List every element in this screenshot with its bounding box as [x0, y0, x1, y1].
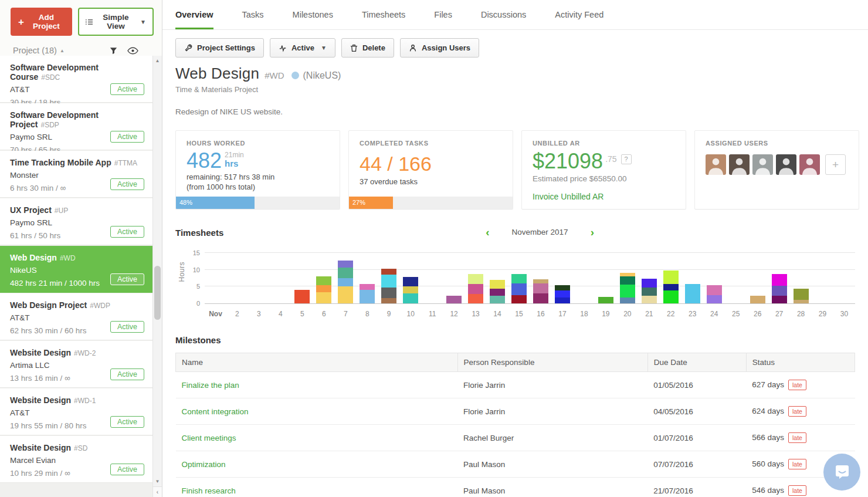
project-list-item[interactable]: Web Design Project#WDPAT&T62 hrs 30 min …	[0, 293, 152, 340]
x-axis-tick: 20	[623, 310, 631, 318]
table-header-cell[interactable]: Name	[176, 353, 458, 372]
tab-activity-feed[interactable]: Activity Feed	[555, 0, 603, 29]
assign-users-button[interactable]: Assign Users	[400, 38, 479, 58]
sidebar-collapse-button[interactable]: ‹	[152, 486, 162, 497]
milestone-link[interactable]: Finish research	[182, 486, 236, 495]
delete-button[interactable]: Delete	[341, 38, 394, 58]
stacked-bar-day-28[interactable]	[794, 289, 809, 303]
chat-widget-button[interactable]	[823, 454, 860, 491]
milestone-link[interactable]: Client meetings	[182, 434, 236, 442]
tab-overview[interactable]: Overview	[175, 0, 213, 29]
stacked-bar-day-16[interactable]	[533, 279, 548, 303]
invoice-unbilled-ar-link[interactable]: Invoice Unbilled AR	[533, 192, 603, 201]
project-list-item[interactable]: UX Project#UPPaymo SRL61 hrs / 50 hrsAct…	[0, 198, 152, 245]
stacked-bar-day-21[interactable]	[642, 279, 657, 303]
x-axis-tick: 21	[645, 310, 653, 318]
stacked-bar-day-23[interactable]	[685, 284, 700, 303]
project-description: Redesign of NIKE US website.	[175, 107, 855, 116]
stacked-bar-day-10[interactable]	[403, 277, 418, 303]
scrollbar-thumb[interactable]	[154, 266, 161, 320]
chevron-right-icon[interactable]: ›	[588, 226, 596, 238]
y-axis-tick: 15	[186, 249, 200, 256]
help-icon[interactable]: ?	[621, 154, 632, 164]
milestone-link[interactable]: Content integration	[182, 407, 249, 416]
tab-tasks[interactable]: Tasks	[242, 0, 264, 29]
filter-icon[interactable]	[109, 46, 118, 55]
project-list: Software Development Course#SDCAT&T30 hr…	[0, 56, 152, 497]
sidebar-scrollbar[interactable]: ▲ ▼	[152, 56, 162, 486]
milestone-link[interactable]: Finalize the plan	[182, 381, 239, 390]
milestone-link[interactable]: Optimization	[182, 460, 226, 469]
bar-segment	[403, 293, 418, 303]
project-count-label[interactable]: Project (18)	[13, 46, 57, 55]
tab-discussions[interactable]: Discussions	[481, 0, 526, 29]
status-cell: 624 dayslate	[746, 398, 855, 425]
stacked-bar-day-27[interactable]	[772, 274, 787, 303]
tab-timesheets[interactable]: Timesheets	[362, 0, 405, 29]
add-project-button[interactable]: + Add Project	[11, 8, 72, 36]
status-active-button[interactable]: Active ▼	[270, 38, 335, 58]
avatar[interactable]	[729, 154, 750, 175]
project-code: #UP	[55, 207, 68, 215]
stacked-bar-day-13[interactable]	[468, 274, 483, 303]
bar-segment	[446, 296, 462, 303]
scroll-up-icon[interactable]: ▲	[153, 58, 162, 63]
project-header: Web Design #WD (NikeUS) Time & Materials…	[162, 58, 868, 116]
project-color-dot	[291, 72, 299, 79]
avatar[interactable]	[706, 154, 726, 175]
view-selector-label: Simple View	[97, 13, 134, 31]
stacked-bar-day-24[interactable]	[707, 285, 722, 303]
avatar[interactable]	[799, 154, 820, 175]
status-badge: Active	[110, 368, 144, 380]
x-axis-tick: 18	[580, 310, 588, 318]
due-date-cell: 21/07/2016	[647, 478, 746, 497]
stacked-bar-day-14[interactable]	[490, 280, 505, 303]
project-name-line: UX Project#UP	[10, 205, 144, 215]
bar-segment	[533, 293, 548, 303]
project-list-item[interactable]: Website Design#WD-1AT&T19 hrs 55 min / 8…	[0, 388, 152, 435]
scroll-down-icon[interactable]: ▼	[153, 479, 162, 484]
project-list-item[interactable]: Time Tracking Mobile App#TTMAMonster6 hr…	[0, 151, 152, 198]
late-badge: late	[788, 380, 806, 390]
table-row: Content integrationFlorie Jarrin04/05/20…	[176, 398, 855, 425]
tab-files[interactable]: Files	[434, 0, 452, 29]
project-list-item[interactable]: Software Development Course#SDCAT&T30 hr…	[0, 56, 152, 103]
bar-segment	[555, 290, 570, 297]
stacked-bar-day-9[interactable]	[381, 269, 396, 303]
view-selector-button[interactable]: Simple View ▼	[78, 8, 154, 36]
hours-worked-minutes: 21min	[225, 151, 244, 159]
chevron-left-icon[interactable]: ‹	[483, 226, 491, 238]
bar-segment	[620, 276, 635, 285]
table-header-cell[interactable]: Due Date	[647, 353, 746, 372]
project-settings-button[interactable]: Project Settings	[175, 38, 264, 58]
stacked-bar-day-17[interactable]	[555, 285, 570, 304]
stacked-bar-day-20[interactable]	[620, 273, 635, 303]
stacked-bar-day-8[interactable]	[360, 284, 375, 303]
stacked-bar-day-15[interactable]	[511, 274, 527, 303]
project-list-item[interactable]: Website Design#WD-2Artima LLC13 hrs 16 m…	[0, 341, 152, 388]
stacked-bar-day-7[interactable]	[338, 261, 353, 303]
table-header-cell[interactable]: Status	[746, 353, 855, 372]
table-header-cell[interactable]: Person Responsible	[457, 353, 647, 372]
stacked-bar-day-26[interactable]	[750, 296, 765, 303]
project-code: #SDC	[41, 73, 60, 82]
tab-milestones[interactable]: Milestones	[293, 0, 333, 29]
avatar[interactable]	[776, 154, 796, 175]
x-axis-tick: 22	[667, 310, 674, 318]
stacked-bar-day-19[interactable]	[598, 297, 613, 303]
avatar[interactable]	[752, 154, 773, 175]
stacked-bar-day-5[interactable]	[294, 290, 310, 303]
add-user-button[interactable]: +	[825, 154, 846, 175]
gridline	[205, 269, 855, 270]
bar-segment	[316, 285, 331, 292]
stacked-bar-day-6[interactable]	[316, 276, 331, 303]
project-list-item[interactable]: Website Design#SDMarcel Evian10 hrs 29 m…	[0, 436, 152, 483]
stacked-bar-day-12[interactable]	[446, 296, 462, 303]
stacked-bar-day-22[interactable]	[663, 271, 679, 303]
x-axis-tick: 14	[493, 310, 501, 318]
status-badge: Active	[110, 131, 144, 143]
project-list-item[interactable]: Web Design#WDNikeUS482 hrs 21 min / 1000…	[0, 246, 152, 293]
eye-icon[interactable]	[127, 47, 138, 55]
late-badge: late	[788, 459, 806, 469]
project-list-item[interactable]: Software Development Project#SDPPaymo SR…	[0, 103, 152, 150]
